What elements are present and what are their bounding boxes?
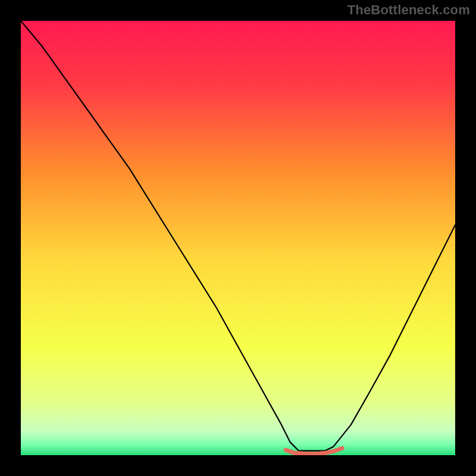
gradient-background (21, 21, 455, 455)
chart-frame: TheBottleneck.com (0, 0, 476, 476)
attribution-label: TheBottleneck.com (347, 2, 470, 18)
bottleneck-chart (21, 21, 455, 455)
